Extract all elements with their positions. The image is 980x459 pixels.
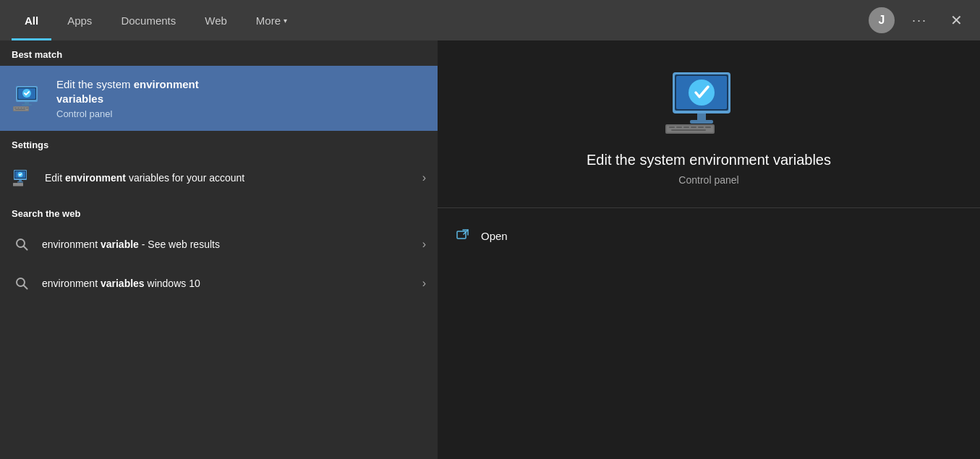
svg-rect-11 [23,108,25,108]
settings-item-arrow: › [422,171,426,184]
svg-rect-30 [690,120,713,124]
tab-more-label: More [256,14,281,27]
web-item-1-text: environment variable - See web results [42,238,412,251]
ellipsis-icon: ··· [912,13,927,27]
svg-rect-20 [13,183,23,186]
header-actions: J ··· ✕ [869,7,968,33]
close-button[interactable]: ✕ [945,9,968,32]
tab-more[interactable]: More ▾ [243,0,300,40]
svg-rect-9 [17,108,20,108]
svg-line-22 [24,246,27,250]
best-match-text: Edit the system environmentvariables Con… [56,77,199,119]
best-match-item[interactable]: Edit the system environmentvariables Con… [0,66,438,131]
preview-computer-icon [665,69,752,134]
svg-rect-37 [698,126,704,128]
main-content: Best match [0,40,980,459]
open-icon [455,227,472,244]
svg-rect-7 [14,107,28,111]
svg-rect-8 [14,108,17,108]
svg-rect-5 [22,104,32,106]
tab-bar: All Apps Documents Web More ▾ J ··· ✕ [0,0,980,40]
right-panel: Edit the system environment variables Co… [438,40,980,459]
svg-rect-29 [697,113,706,121]
svg-rect-13 [15,109,25,110]
left-panel: Best match [0,40,438,459]
open-label: Open [481,230,508,242]
svg-rect-39 [671,129,706,131]
svg-rect-36 [691,126,696,128]
tabs-container: All Apps Documents Web More ▾ [12,0,869,40]
svg-rect-12 [26,108,28,108]
tab-documents[interactable]: Documents [108,0,189,40]
user-avatar[interactable]: J [869,7,895,33]
preview-top: Edit the system environment variables Co… [438,40,980,207]
user-initial: J [879,14,885,27]
search-web-label: Search the web [0,200,438,225]
settings-item-text: Edit environment variables for your acco… [45,171,412,184]
settings-item[interactable]: Edit environment variables for your acco… [0,156,438,200]
preview-subtitle: Control panel [678,174,738,186]
web-search-item-1[interactable]: environment variable - See web results › [0,225,438,264]
tab-web-label: Web [205,14,227,27]
preview-title: Edit the system environment variables [587,152,831,168]
web-item-2-arrow: › [422,277,426,290]
tab-all[interactable]: All [12,0,51,40]
svg-rect-40 [457,231,466,239]
search-icon [12,234,32,254]
tab-documents-label: Documents [121,14,176,27]
svg-rect-19 [17,181,23,183]
preview-actions: Open [438,208,980,263]
best-match-subtitle: Control panel [56,108,199,119]
web-item-2-text: environment variables windows 10 [42,277,412,290]
settings-item-icon [12,166,35,189]
best-match-title: Edit the system environmentvariables [56,77,199,106]
svg-rect-35 [683,126,689,128]
svg-line-24 [24,286,27,289]
tab-web[interactable]: Web [192,0,240,40]
web-item-1-arrow: › [422,238,426,251]
svg-rect-34 [676,126,682,128]
open-action[interactable]: Open [455,223,963,249]
settings-label: Settings [0,131,438,156]
search-icon-2 [12,273,32,293]
chevron-down-icon: ▾ [284,17,287,25]
best-match-icon [12,81,46,116]
close-icon: ✕ [950,12,963,28]
svg-rect-38 [705,126,711,128]
svg-rect-10 [20,108,22,108]
more-options-button[interactable]: ··· [906,10,933,31]
tab-apps-label: Apps [67,14,92,27]
tab-all-label: All [25,14,38,27]
best-match-label: Best match [0,40,438,66]
web-search-item-2[interactable]: environment variables windows 10 › [0,264,438,303]
svg-rect-33 [669,126,675,128]
tab-apps[interactable]: Apps [54,0,105,40]
